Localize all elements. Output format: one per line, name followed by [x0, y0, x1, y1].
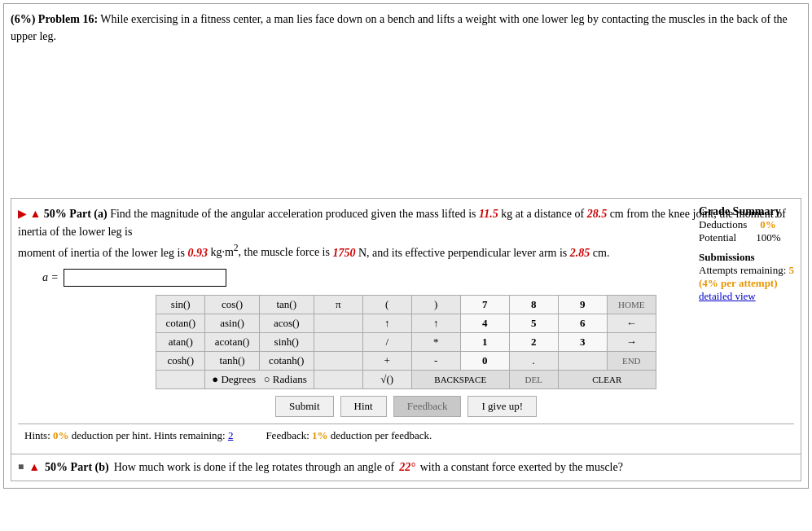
warning-icon-b: ▲ [29, 461, 40, 474]
deductions-label: Deductions [699, 218, 747, 231]
feedback-text: deduction per feedback. [331, 429, 432, 441]
decimal-button[interactable]: . [509, 351, 558, 370]
key-7[interactable]: 7 [460, 295, 509, 314]
inertia-value: 0.93 [187, 246, 208, 258]
key-4[interactable]: 4 [460, 314, 509, 332]
multiply-button[interactable]: * [411, 332, 460, 351]
calc-row-4: cosh() tanh() cotanh() + - 0 . END [156, 351, 656, 370]
attempts-deduction: (4% per attempt) [699, 277, 794, 290]
submissions-title: Submissions [699, 251, 794, 264]
backspace-button[interactable]: BACKSPACE [411, 370, 509, 388]
force-unit: N, and its effective perpendicular lever… [355, 246, 569, 258]
play-icon: ▶ [18, 208, 27, 220]
key-3[interactable]: 3 [558, 332, 607, 351]
mass-value: 11.5 [479, 208, 498, 220]
calc-row-1: sin() cos() tan() π ( ) 7 8 9 HOME [156, 295, 656, 314]
cos-button[interactable]: cos() [205, 295, 260, 314]
lparen-button[interactable]: ( [362, 295, 411, 314]
degrees-radio[interactable]: ● Degrees [212, 373, 256, 385]
deductions-row: Deductions 0% [699, 218, 794, 231]
pi-button[interactable]: π [314, 295, 362, 314]
hints-text: deduction per hint. Hints remaining: [72, 429, 226, 441]
part-b-label: 50% Part (b) [45, 461, 109, 474]
part-a-section: Grade Summary Deductions 0% Potential 10… [11, 198, 801, 454]
feedback-button[interactable]: Feedback [393, 396, 462, 417]
blank-3 [314, 351, 362, 370]
cotan-button[interactable]: cotan() [156, 314, 205, 332]
blank-4 [558, 351, 607, 370]
atan-button[interactable]: atan() [156, 332, 205, 351]
warning-icon-a: ▲ [30, 208, 44, 220]
grade-summary: Grade Summary Deductions 0% Potential 10… [699, 205, 794, 303]
acos-button[interactable]: acos() [259, 314, 314, 332]
cosh-button[interactable]: cosh() [156, 351, 205, 370]
acotan-button[interactable]: acotan() [205, 332, 260, 351]
blank-1 [314, 314, 362, 332]
sin-button[interactable]: sin() [156, 295, 205, 314]
blank-area [11, 51, 801, 198]
del-button[interactable]: DEL [509, 370, 558, 388]
lever-value: 2.85 [570, 246, 590, 258]
potential-value: 100% [756, 231, 780, 244]
part-a-header: ▶ ▲ 50% Part (a) Find the magnitude of t… [18, 205, 794, 262]
key-1[interactable]: 1 [460, 332, 509, 351]
calc-row-5: ● Degrees ○ Radians √() BACKSPACE DEL CL… [156, 370, 656, 388]
hints-remaining[interactable]: 2 [228, 429, 234, 441]
up-arrow-2[interactable]: ↑ [411, 314, 460, 332]
key-5[interactable]: 5 [509, 314, 558, 332]
inertia-unit-text: kg·m2, the muscle force is [208, 246, 333, 258]
problem-description: While exercising in a fitness center, a … [11, 13, 788, 42]
end-button[interactable]: END [607, 351, 656, 370]
key-8[interactable]: 8 [509, 295, 558, 314]
rparen-button[interactable]: ) [411, 295, 460, 314]
left-arrow-button[interactable]: ← [607, 314, 656, 332]
part-a-label: 50% Part (a) [44, 208, 108, 220]
tan-button[interactable]: tan() [259, 295, 314, 314]
desc-inertia-pre: moment of inertia of the lower leg is [18, 246, 187, 258]
tanh-button[interactable]: tanh() [205, 351, 260, 370]
key-9[interactable]: 9 [558, 295, 607, 314]
plus-button[interactable]: + [362, 351, 411, 370]
deduction-per-attempt: (4% per attempt) [699, 277, 778, 289]
submit-button[interactable]: Submit [275, 396, 334, 417]
problem-header: (6%) Problem 16: While exercising in a f… [11, 11, 801, 45]
right-arrow-button[interactable]: → [607, 332, 656, 351]
degrees-radians-row: ● Degrees ○ Radians [205, 370, 314, 388]
force-value: 1750 [332, 246, 355, 258]
key-6[interactable]: 6 [558, 314, 607, 332]
answer-input[interactable] [64, 269, 226, 287]
hints-label: Hints: [24, 429, 50, 441]
divide-button[interactable]: / [362, 332, 411, 351]
asin-button[interactable]: asin() [205, 314, 260, 332]
blank-2 [314, 332, 362, 351]
feedback-deduction: 1% [312, 429, 328, 441]
hint-button[interactable]: Hint [340, 396, 387, 417]
clear-button[interactable]: CLEAR [558, 370, 656, 388]
action-buttons: Submit Hint Feedback I give up! [18, 396, 794, 417]
blank-6 [314, 370, 362, 388]
radians-radio[interactable]: ○ Radians [264, 373, 307, 385]
sqrt-button[interactable]: √() [362, 370, 411, 388]
detailed-view-link[interactable]: detailed view [699, 290, 756, 302]
calc-table: sin() cos() tan() π ( ) 7 8 9 HOME cotan… [156, 295, 656, 389]
hints-info: Hints: 0% deduction per hint. Hints rema… [24, 429, 233, 442]
sinh-button[interactable]: sinh() [259, 332, 314, 351]
part-a-desc-pre: Find the magnitude of the angular accele… [110, 208, 479, 220]
home-button[interactable]: HOME [607, 295, 656, 314]
potential-row: Potential 100% [699, 231, 794, 244]
attempts-label: Attempts remaining: [699, 264, 786, 276]
deductions-value: 0% [760, 218, 776, 231]
key-0[interactable]: 0 [460, 351, 509, 370]
cotanh-button[interactable]: cotanh() [259, 351, 314, 370]
key-2[interactable]: 2 [509, 332, 558, 351]
minus-button[interactable]: - [411, 351, 460, 370]
feedback-label: Feedback: [266, 429, 309, 441]
attempts-row: Attempts remaining: 5 [699, 264, 794, 277]
main-container: (6%) Problem 16: While exercising in a f… [3, 3, 809, 489]
hints-bar: Hints: 0% deduction per hint. Hints rema… [18, 423, 794, 447]
give-up-button[interactable]: I give up! [467, 396, 537, 417]
distance-value: 28.5 [587, 208, 608, 220]
up-arrow-1[interactable]: ↑ [362, 314, 411, 332]
hints-deduction: 0% [53, 429, 69, 441]
mass-unit: kg at a distance of [498, 208, 587, 220]
